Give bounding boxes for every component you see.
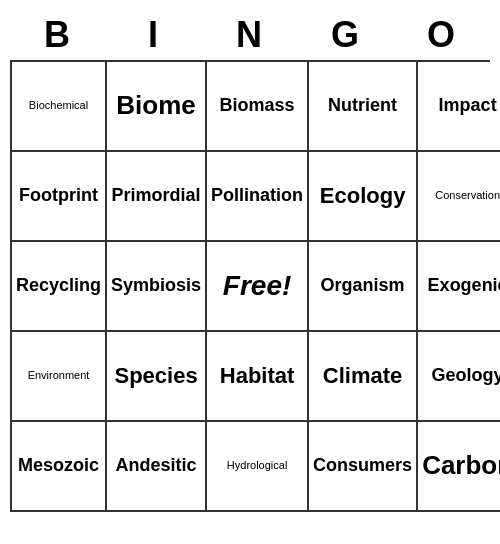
cell-text: Recycling xyxy=(16,275,101,297)
cell-text: Free! xyxy=(223,269,291,303)
cell-text: Exogenic xyxy=(428,275,500,297)
bingo-cell: Conservation xyxy=(418,152,500,242)
bingo-cell: Exogenic xyxy=(418,242,500,332)
bingo-cell: Footprint xyxy=(12,152,107,242)
bingo-cell: Carbon xyxy=(418,422,500,512)
bingo-cell: Biomass xyxy=(207,62,309,152)
cell-text: Primordial xyxy=(112,185,201,207)
header-letter: O xyxy=(394,10,490,60)
cell-text: Footprint xyxy=(19,185,98,207)
cell-text: Symbiosis xyxy=(111,275,201,297)
header-letter: G xyxy=(298,10,394,60)
bingo-cell: Andesitic xyxy=(107,422,207,512)
cell-text: Climate xyxy=(323,363,402,389)
cell-text: Geology xyxy=(432,365,500,387)
cell-text: Conservation xyxy=(435,189,500,202)
bingo-cell: Organism xyxy=(309,242,418,332)
bingo-card: BINGO BiochemicalBiomeBiomassNutrientImp… xyxy=(10,10,490,512)
bingo-cell: Biochemical xyxy=(12,62,107,152)
bingo-cell: Climate xyxy=(309,332,418,422)
bingo-cell: Environment xyxy=(12,332,107,422)
cell-text: Biomass xyxy=(220,95,295,117)
cell-text: Habitat xyxy=(220,363,295,389)
bingo-cell: Primordial xyxy=(107,152,207,242)
bingo-grid: BiochemicalBiomeBiomassNutrientImpactFoo… xyxy=(10,60,490,512)
bingo-cell: Symbiosis xyxy=(107,242,207,332)
bingo-cell: Pollination xyxy=(207,152,309,242)
bingo-cell: Nutrient xyxy=(309,62,418,152)
bingo-cell: Ecology xyxy=(309,152,418,242)
header-letter: N xyxy=(202,10,298,60)
bingo-cell: Hydrological xyxy=(207,422,309,512)
bingo-cell: Consumers xyxy=(309,422,418,512)
cell-text: Species xyxy=(114,363,197,389)
bingo-cell: Habitat xyxy=(207,332,309,422)
bingo-header: BINGO xyxy=(10,10,490,60)
bingo-cell: Mesozoic xyxy=(12,422,107,512)
cell-text: Biochemical xyxy=(29,99,88,112)
cell-text: Carbon xyxy=(422,450,500,481)
cell-text: Andesitic xyxy=(116,455,197,477)
cell-text: Consumers xyxy=(313,455,412,477)
cell-text: Nutrient xyxy=(328,95,397,117)
cell-text: Hydrological xyxy=(227,459,288,472)
cell-text: Organism xyxy=(321,275,405,297)
bingo-cell: Free! xyxy=(207,242,309,332)
bingo-cell: Impact xyxy=(418,62,500,152)
bingo-cell: Recycling xyxy=(12,242,107,332)
cell-text: Impact xyxy=(439,95,497,117)
bingo-cell: Biome xyxy=(107,62,207,152)
cell-text: Ecology xyxy=(320,183,406,209)
header-letter: I xyxy=(106,10,202,60)
header-letter: B xyxy=(10,10,106,60)
cell-text: Pollination xyxy=(211,185,303,207)
cell-text: Environment xyxy=(28,369,90,382)
bingo-cell: Geology xyxy=(418,332,500,422)
bingo-cell: Species xyxy=(107,332,207,422)
cell-text: Mesozoic xyxy=(18,455,99,477)
cell-text: Biome xyxy=(116,90,195,121)
